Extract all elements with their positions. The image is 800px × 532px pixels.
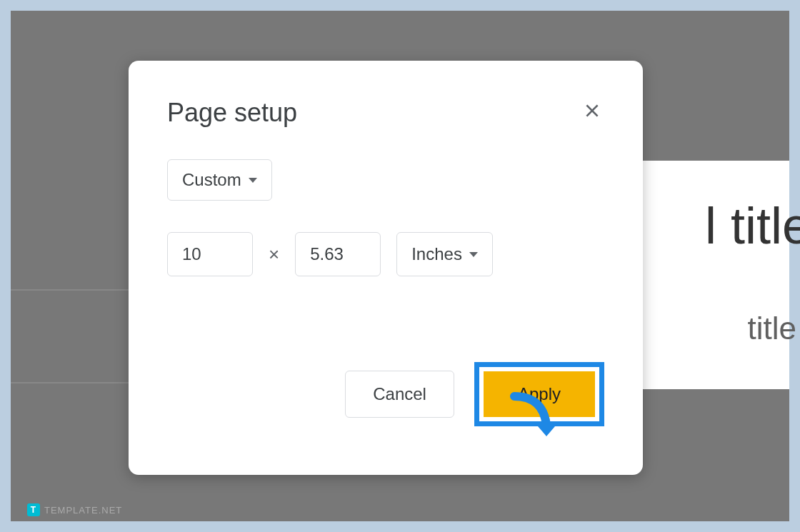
- chevron-down-icon: [249, 178, 257, 183]
- watermark-text: TEMPLATE.NET: [44, 505, 122, 516]
- chevron-down-icon: [469, 252, 478, 257]
- size-row: × Inches: [167, 232, 604, 276]
- unit-dropdown[interactable]: Inches: [396, 232, 493, 276]
- bg-subtitle-text: title: [748, 311, 796, 346]
- bg-title-text: l title: [705, 196, 800, 255]
- width-input[interactable]: [167, 232, 253, 276]
- watermark-icon: T: [27, 503, 40, 516]
- height-input[interactable]: [295, 232, 381, 276]
- apply-highlight-box: Apply: [474, 362, 604, 426]
- cancel-button[interactable]: Cancel: [345, 371, 454, 418]
- dialog-footer: Cancel Apply: [167, 362, 604, 426]
- dialog-header: Page setup: [167, 98, 604, 128]
- preset-dropdown[interactable]: Custom: [167, 159, 272, 201]
- unit-label: Inches: [411, 244, 462, 264]
- close-icon: [583, 101, 601, 120]
- close-button[interactable]: [580, 99, 604, 128]
- watermark: T TEMPLATE.NET: [27, 503, 122, 516]
- dialog-title: Page setup: [167, 98, 297, 128]
- page-setup-dialog: Page setup Custom × Inches Cancel Apply: [129, 61, 643, 475]
- preset-label: Custom: [182, 170, 241, 190]
- times-symbol: ×: [269, 244, 279, 266]
- apply-button[interactable]: Apply: [484, 371, 595, 417]
